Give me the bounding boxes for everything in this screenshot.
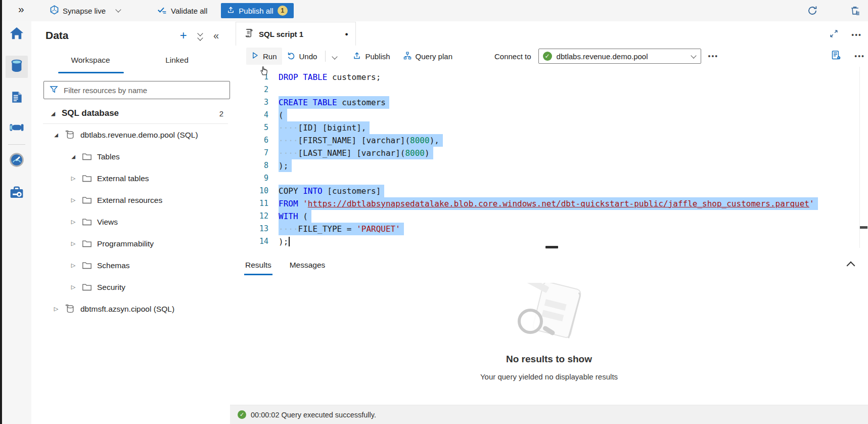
line-content: WITH ( <box>279 210 311 223</box>
tree-row-dbtlabs-revenue-demo-pool-sql[interactable]: ◢dbtlabs.revenue.demo.pool (SQL) <box>31 124 230 146</box>
run-label: Run <box>263 52 277 61</box>
nav-develop-button[interactable] <box>6 87 28 109</box>
validate-all-button[interactable]: Validate all <box>157 0 207 21</box>
add-resource-icon[interactable]: + <box>180 30 187 40</box>
code-line-3[interactable]: 3CREATE TABLE customers <box>230 96 868 109</box>
code-line-4[interactable]: 4( <box>230 109 868 121</box>
line-number: 2 <box>230 83 268 96</box>
nav-integrate-button[interactable] <box>6 117 28 140</box>
line-number: 1 <box>230 71 268 83</box>
discard-trash-icon[interactable] <box>850 6 860 18</box>
overview-ruler[interactable] <box>859 67 860 248</box>
panel-title: Data <box>45 29 69 41</box>
data-explorer-panel: Data + « Workspace Linked ◢SQL database2… <box>31 21 231 424</box>
synapse-hexagon-icon <box>50 5 59 17</box>
tree-row-schemas[interactable]: ▷Schemas <box>31 255 230 276</box>
expander-expanded-icon[interactable]: ◢ <box>49 111 58 116</box>
node-label: Security <box>97 283 125 292</box>
folder-icon <box>82 152 92 161</box>
tree-row-sql-database[interactable]: ◢SQL database2 <box>31 103 230 123</box>
line-content: DROP TABLE customers; <box>279 71 381 83</box>
line-number: 12 <box>230 210 268 223</box>
tree-row-security[interactable]: ▷Security <box>31 276 230 298</box>
collapse-results-chevron-icon[interactable] <box>847 262 855 270</box>
code-line-1[interactable]: 1DROP TABLE customers; <box>230 71 868 83</box>
mode-selector[interactable]: Synapse live <box>50 0 120 21</box>
code-line-6[interactable]: 6····[FIRST_NAME] [varchar](8000), <box>230 134 868 147</box>
code-line-9[interactable]: 9 <box>230 172 868 185</box>
connect-more-options-icon[interactable] <box>708 52 719 60</box>
collapse-panel-icon[interactable]: « <box>213 30 219 40</box>
filter-funnel-icon <box>50 85 58 96</box>
expander-collapsed-icon[interactable]: ▷ <box>69 175 78 182</box>
publish-label: Publish <box>365 52 390 61</box>
line-number: 8 <box>230 159 268 172</box>
panel-tabs: Workspace Linked <box>31 52 230 74</box>
tree-row-dbtmsft-azsyn-cipool-sql[interactable]: ▷dbtmsft.azsyn.cipool (SQL) <box>31 298 230 320</box>
undo-button[interactable]: Undo <box>282 48 323 65</box>
node-label: Tables <box>97 152 120 161</box>
publish-button[interactable]: Publish <box>348 48 395 65</box>
node-count-badge: 2 <box>219 109 223 118</box>
expander-collapsed-icon[interactable]: ▷ <box>69 197 78 203</box>
mode-label: Synapse live <box>63 7 106 15</box>
tab-workspace[interactable]: Workspace <box>57 56 124 65</box>
sidebar-divider <box>8 144 25 145</box>
tab-more-options-icon[interactable] <box>851 31 862 39</box>
toolbar-more-options-icon[interactable] <box>854 52 865 60</box>
code-line-5[interactable]: 5····[ID] [bigint], <box>230 121 868 134</box>
publish-all-button[interactable]: Publish all 1 <box>221 3 294 18</box>
nav-monitor-button[interactable] <box>6 150 28 172</box>
tree-row-external-tables[interactable]: ▷External tables <box>31 167 230 189</box>
database-cylinder-icon <box>9 58 24 75</box>
expander-expanded-icon[interactable]: ◢ <box>69 154 78 159</box>
tab-sql-script-1[interactable]: SQL script 1 <box>236 22 356 46</box>
panel-actions: + « <box>180 30 219 40</box>
tree-row-programmability[interactable]: ▷Programmability <box>31 233 230 255</box>
properties-icon[interactable] <box>831 50 841 62</box>
nav-manage-button[interactable] <box>6 182 28 204</box>
expander-collapsed-icon[interactable]: ▷ <box>69 262 78 269</box>
filter-input[interactable] <box>63 86 206 95</box>
pool-name: dbtlabs.revenue.demo.pool <box>557 52 648 61</box>
code-line-10[interactable]: 10COPY INTO [customers] <box>230 185 868 197</box>
tree-row-views[interactable]: ▷Views <box>31 211 230 233</box>
results-body: No results to show Your query yielded no… <box>230 280 868 405</box>
run-options-chevron[interactable] <box>329 48 341 65</box>
query-plan-button[interactable]: Query plan <box>398 48 458 65</box>
code-line-2[interactable]: 2 <box>230 83 868 96</box>
pool-dropdown[interactable]: dbtlabs.revenue.demo.pool <box>538 49 701 64</box>
nav-data-button[interactable] <box>6 56 28 78</box>
node-label: SQL database <box>62 108 119 118</box>
code-line-8[interactable]: 8); <box>230 159 868 172</box>
connect-to-group: Connect to dbtlabs.revenue.demo.pool <box>494 46 718 67</box>
nav-home-button[interactable] <box>6 23 28 46</box>
refresh-icon[interactable] <box>807 6 817 18</box>
expander-collapsed-icon[interactable]: ▷ <box>69 240 78 247</box>
filter-field[interactable] <box>43 81 230 99</box>
expander-expanded-icon[interactable]: ◢ <box>52 132 61 138</box>
folder-icon <box>82 218 92 226</box>
code-line-12[interactable]: 12WITH ( <box>230 210 868 223</box>
sql-code-editor[interactable]: 1DROP TABLE customers;23CREATE TABLE cus… <box>230 67 868 248</box>
tree-row-tables[interactable]: ◢Tables <box>31 146 230 167</box>
results-splitter-handle[interactable] <box>545 246 558 248</box>
collapse-all-icon[interactable] <box>198 31 202 40</box>
expand-editor-icon[interactable] <box>830 29 838 40</box>
overflow-chevrons-icon[interactable]: » <box>18 3 24 15</box>
toolbar-separator <box>325 51 326 62</box>
line-number: 4 <box>230 109 268 121</box>
line-content: FROM 'https://dbtlabsynapsedatalake.blob… <box>279 197 818 210</box>
code-line-13[interactable]: 13····FILE_TYPE = 'PARQUET' <box>230 223 868 235</box>
results-tab-results[interactable]: Results <box>244 261 272 275</box>
code-line-7[interactable]: 7····[LAST_NAME] [varchar](8000) <box>230 147 868 159</box>
expander-collapsed-icon[interactable]: ▷ <box>69 219 78 225</box>
code-line-11[interactable]: 11FROM 'https://dbtlabsynapsedatalake.bl… <box>230 197 868 210</box>
resource-tree: ◢SQL database2◢dbtlabs.revenue.demo.pool… <box>31 103 230 320</box>
expander-collapsed-icon[interactable]: ▷ <box>69 284 78 290</box>
results-tab-messages[interactable]: Messages <box>289 261 327 275</box>
run-button[interactable]: Run <box>246 48 282 65</box>
tab-linked[interactable]: Linked <box>147 56 207 65</box>
expander-collapsed-icon[interactable]: ▷ <box>52 306 61 312</box>
tree-row-external-resources[interactable]: ▷External resources <box>31 189 230 211</box>
